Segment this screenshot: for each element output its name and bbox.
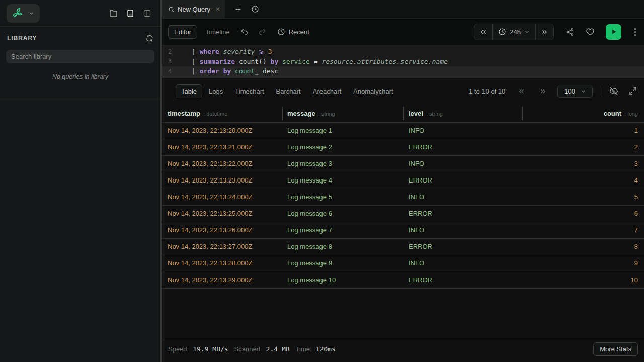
results-toolbar-right: 1 to 10 of 10 100 (469, 85, 637, 98)
sidebar: LIBRARY No queries in library (0, 0, 162, 362)
cell-timestamp: Nov 14, 2023, 22:13:20.000Z (162, 127, 282, 134)
column-resize-handle[interactable] (403, 107, 404, 120)
recent-button[interactable]: Recent (277, 28, 309, 36)
editor-line[interactable]: 3| summarize count() by service = resour… (162, 57, 644, 67)
table-row[interactable]: Nov 14, 2023, 22:13:28.000ZLog message 9… (162, 255, 644, 272)
table-row[interactable]: Nov 14, 2023, 22:13:25.000ZLog message 6… (162, 206, 644, 222)
view-tabs: TableLogsTimechartBarchartAreachartAnoma… (176, 84, 400, 98)
query-editor[interactable]: 2| where severity ⩾ 33| summarize count(… (162, 45, 644, 76)
view-tab-logs[interactable]: Logs (203, 84, 228, 98)
query-toolbar: Editor Timeline Recent 24h (162, 19, 644, 45)
cell-level: ERROR (403, 276, 522, 284)
code-text: | summarize count() by service = resourc… (179, 58, 448, 65)
stat-label: Scanned: (234, 345, 262, 353)
cell-message: Log message 9 (282, 259, 403, 267)
app-root: LIBRARY No queries in library New Query … (0, 0, 644, 362)
layout-columns-icon[interactable] (143, 9, 151, 18)
cell-count: 8 (522, 243, 644, 250)
table-row[interactable]: Nov 14, 2023, 22:13:23.000ZLog message 4… (162, 172, 644, 189)
pagination-info: 1 to 10 of 10 (469, 87, 505, 95)
editor-line[interactable]: 4| order by count_ desc (162, 66, 644, 76)
table-row[interactable]: Nov 14, 2023, 22:13:22.000ZLog message 3… (162, 156, 644, 172)
new-tab-button[interactable] (234, 0, 242, 18)
column-header-message[interactable]: message: string (282, 110, 403, 117)
editor-line[interactable]: 2| where severity ⩾ 3 (162, 47, 644, 57)
cell-count: 2 (522, 143, 644, 151)
more-stats-button[interactable]: More Stats (593, 342, 638, 356)
view-tab-barchart[interactable]: Barchart (271, 84, 306, 98)
cell-count: 10 (522, 276, 644, 284)
table-row[interactable]: Nov 14, 2023, 22:13:24.000ZLog message 5… (162, 189, 644, 206)
cell-level: INFO (403, 259, 522, 267)
divider (600, 86, 600, 96)
prev-page-icon[interactable] (518, 87, 525, 95)
time-range-dropdown[interactable]: 24h (492, 24, 536, 40)
column-resize-handle[interactable] (282, 107, 283, 120)
view-tab-timechart[interactable]: Timechart (229, 84, 269, 98)
cell-level: INFO (403, 127, 522, 134)
cell-level: INFO (403, 226, 522, 234)
line-number: 4 (162, 68, 179, 75)
sidebar-header-icons (109, 9, 151, 18)
table-row[interactable]: Nov 14, 2023, 22:13:27.000ZLog message 8… (162, 239, 644, 255)
play-icon (610, 28, 617, 35)
more-options-icon[interactable] (633, 27, 637, 37)
chevron-down-icon (29, 11, 34, 16)
results-empty-space (162, 289, 644, 340)
share-icon[interactable] (566, 28, 574, 36)
undo-icon[interactable] (240, 28, 249, 36)
column-header-count[interactable]: count: long (522, 110, 644, 117)
editor-mode-button[interactable]: Editor (168, 25, 197, 39)
close-tab-icon[interactable]: ✕ (215, 6, 220, 13)
cell-count: 9 (522, 259, 644, 267)
hide-columns-icon[interactable] (606, 86, 621, 96)
run-query-button[interactable] (606, 24, 621, 40)
time-range-control: 24h (474, 24, 554, 40)
search-library-input[interactable] (6, 50, 154, 63)
chevron-down-icon (581, 88, 586, 94)
table-row[interactable]: Nov 14, 2023, 22:13:20.000ZLog message 1… (162, 123, 644, 139)
view-tab-table[interactable]: Table (176, 84, 202, 98)
results-panel: TableLogsTimechartBarchartAreachartAnoma… (162, 78, 644, 362)
expand-icon[interactable] (626, 87, 637, 95)
cell-message: Log message 7 (282, 226, 403, 234)
library-panel-icon[interactable] (126, 9, 134, 18)
cell-message: Log message 2 (282, 143, 403, 151)
redo-icon[interactable] (258, 28, 267, 36)
time-forward-icon[interactable] (536, 24, 553, 40)
code-text: | where severity ⩾ 3 (179, 48, 272, 55)
line-number: 3 (162, 58, 179, 65)
time-back-icon[interactable] (474, 24, 492, 40)
timeline-mode-button[interactable]: Timeline (205, 28, 230, 36)
cell-timestamp: Nov 14, 2023, 22:13:22.000Z (162, 160, 282, 167)
view-tab-areachart[interactable]: Areachart (307, 84, 347, 98)
view-tab-anomalychart[interactable]: Anomalychart (348, 84, 398, 98)
refresh-icon[interactable] (145, 34, 153, 42)
favorite-icon[interactable] (586, 27, 595, 36)
library-title: LIBRARY (7, 35, 37, 42)
stat-value: 19.9 MB/s (193, 345, 228, 353)
cell-level: ERROR (403, 243, 522, 250)
table-row[interactable]: Nov 14, 2023, 22:13:21.000ZLog message 2… (162, 139, 644, 156)
table-row[interactable]: Nov 14, 2023, 22:13:26.000ZLog message 7… (162, 222, 644, 239)
cell-timestamp: Nov 14, 2023, 22:13:27.000Z (162, 243, 282, 250)
table-row[interactable]: Nov 14, 2023, 22:13:29.000ZLog message 1… (162, 272, 644, 289)
recent-label: Recent (289, 28, 309, 36)
time-range-value: 24h (510, 28, 521, 36)
query-tab[interactable]: New Query ✕ (162, 0, 225, 18)
column-header-level[interactable]: level: string (403, 110, 522, 117)
column-header-timestamp[interactable]: timestamp: datetime (162, 110, 282, 117)
cell-timestamp: Nov 14, 2023, 22:13:25.000Z (162, 210, 282, 217)
history-icon[interactable] (251, 0, 259, 18)
page-size-dropdown[interactable]: 100 (557, 85, 593, 98)
folder-icon[interactable] (109, 9, 118, 18)
cell-count: 1 (522, 127, 644, 134)
app-logo-icon (11, 7, 25, 20)
cell-level: ERROR (403, 210, 522, 217)
stat-item: Speed:19.9 MB/s (168, 345, 228, 353)
stat-value: 120ms (316, 345, 336, 353)
column-resize-handle[interactable] (522, 107, 523, 120)
workspace-switcher[interactable] (7, 4, 40, 23)
next-page-icon[interactable] (539, 87, 547, 95)
page-size-value: 100 (564, 87, 575, 95)
